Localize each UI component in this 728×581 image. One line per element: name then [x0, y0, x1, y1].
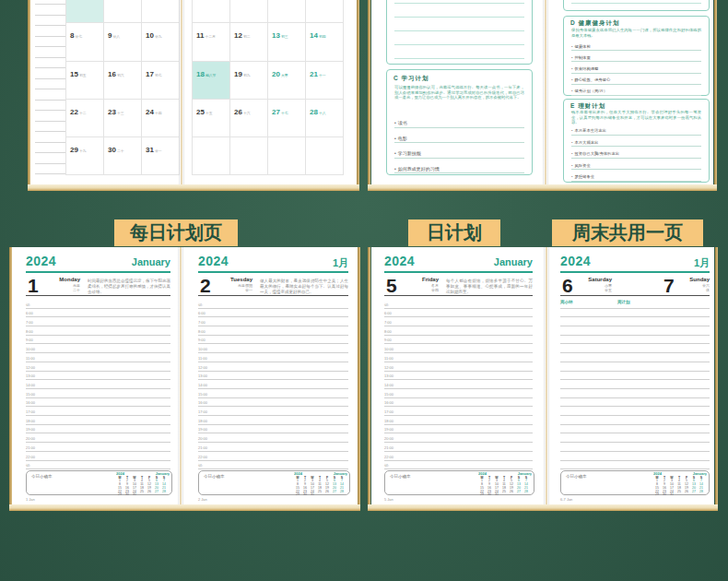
time-label: 11:00 — [384, 356, 393, 361]
plan-item-label: 本月大额支出 — [575, 140, 599, 145]
time-label: 13:00 — [26, 374, 35, 378]
ruled-line — [35, 25, 65, 26]
time-label: 10:00 — [198, 347, 207, 351]
notebook-cover-edge — [9, 504, 360, 511]
memo-box-label: 今日小确幸 — [31, 474, 53, 479]
ruled-line — [35, 78, 65, 79]
lunar-label: 初四 — [319, 35, 326, 39]
plan-item-label: 读书 — [398, 120, 407, 125]
schedule-lines: 周小结 周计划 — [560, 299, 710, 469]
lunar-label: 大寒 — [281, 74, 288, 77]
month-day-cell: 30二十 — [104, 137, 142, 175]
header-rule — [198, 271, 348, 273]
month-day-cell: 26十六 — [230, 100, 268, 137]
notebook-gold-edge — [714, 0, 717, 191]
month-day-cell: 10廿九 — [142, 23, 180, 62]
weekday-block: Tuesday 元旦假期 廿一 — [217, 277, 252, 292]
ruled-line — [394, 58, 524, 59]
month-day-cell — [230, 0, 268, 23]
month-day-cell: 9廿八 — [104, 23, 142, 62]
month-day-cell: 31廿一 — [142, 137, 180, 175]
bullet-icon: • — [394, 150, 396, 156]
lunar-label: 十三 — [117, 112, 124, 115]
month-day-cell — [268, 0, 306, 23]
plan-item: •静心锻炼、强身健心 — [571, 74, 701, 85]
month-day-cell — [306, 0, 344, 23]
time-label: 13:00 — [198, 374, 207, 378]
memo-box: 今日小确幸 2024JanuaryMTWTFSS1234567891011121… — [26, 470, 172, 495]
plan-item-label: 电影 — [398, 136, 407, 141]
time-label: 20:00 — [384, 436, 393, 441]
lunar-label: 十八 — [319, 112, 326, 115]
notebook-gold-edge — [715, 247, 718, 511]
time-label: 12:00 — [26, 365, 35, 370]
weekday-label: Saturday — [577, 277, 612, 283]
time-label: 12:00 — [198, 365, 207, 370]
plan-item-label: 控制体重 — [575, 55, 591, 60]
daily-quote: 每个人都会有烦恼，烦恼多半源于不甘心。万事如意、事事顺遂、心想事成，愿新的一年好… — [446, 279, 533, 295]
day-number: 22 — [70, 108, 78, 116]
page-footer: 6-7 Jan — [560, 497, 572, 502]
month-day-cell: 22十二 — [66, 100, 104, 137]
plan-item: •健康体检 — [571, 40, 701, 51]
month-day-cell: 14初四 — [306, 23, 344, 62]
lunar-label: 初六 — [117, 74, 124, 77]
section-label-weekend: 周末共用一页 — [552, 219, 703, 246]
planner-product-image: 8廿七9廿八10廿九15初五16初六17初七22十二23十三24十四29十九30… — [0, 0, 728, 581]
month-row: 22十二23十三24十四 — [66, 100, 180, 137]
lunar-label: 十二 — [79, 112, 87, 115]
time-label: 7:00 — [384, 320, 392, 325]
day-number: 27 — [272, 108, 280, 116]
time-label: 8:00 — [198, 329, 205, 334]
time-label: 8:00 — [26, 329, 33, 334]
mini-day: 31 — [131, 493, 138, 495]
time-label: 记: — [26, 463, 30, 468]
mini-calendar-row: 293031 — [653, 493, 707, 495]
bullet-icon: • — [571, 151, 573, 156]
plan-box-top — [386, 0, 533, 65]
mini-day — [500, 493, 508, 495]
lunar-label: 十一 — [319, 74, 326, 77]
time-label: 20:00 — [198, 436, 207, 441]
plan-item-label: 静心锻炼、强身健心 — [575, 77, 611, 82]
lunar-label: 十六 — [243, 112, 251, 115]
daily-page-jan5: 2024 January 5 Friday 冬月 廿四 每个人都会有烦恼，烦恼多… — [371, 247, 544, 504]
time-label: 6:00 — [384, 311, 392, 315]
mini-calendar: 2024JanuaryMTWTFSS1234567891011121314151… — [116, 472, 170, 495]
time-label: 22:00 — [26, 455, 35, 459]
ruled-line — [35, 173, 65, 174]
bullet-icon: • — [571, 44, 573, 49]
time-label: 15:00 — [26, 392, 35, 397]
ruled-line — [394, 44, 524, 45]
time-label: 14:00 — [26, 383, 35, 387]
page-year: 2024 — [26, 254, 56, 268]
plan-lines — [394, 0, 524, 64]
section-label-day-plan: 日计划 — [408, 219, 500, 246]
page-month: January — [132, 256, 170, 267]
ruled-line — [35, 142, 65, 143]
time-label: 9:00 — [198, 338, 205, 342]
plan-item-label: 健康体检 — [575, 44, 591, 49]
mini-day — [683, 493, 690, 495]
ruled-line — [35, 67, 65, 68]
plan-pages-spread: C 学习计划 可以慢慢获得你的认可，光靠运气远远不行。每天读一点书，一年下来，别… — [368, 0, 717, 191]
time-label: 17:00 — [384, 409, 393, 414]
mini-day — [698, 493, 705, 495]
day-number: 20 — [272, 70, 280, 78]
page-seam — [543, 0, 548, 184]
rest-label: 休 — [675, 288, 710, 292]
time-label: 7:00 — [198, 320, 205, 325]
lunar-label: 初二 — [243, 35, 251, 39]
schedule-lines: 记:6:007:008:009:0010:0011:0012:0013:0014… — [26, 299, 170, 469]
date-divider — [26, 295, 170, 296]
bullet-icon: • — [394, 120, 396, 125]
bullet-icon: • — [571, 163, 573, 168]
day-number: 16 — [108, 70, 116, 78]
date-divider — [198, 295, 348, 296]
time-label: 17:00 — [198, 409, 207, 414]
plan-box-title: C 学习计划 — [393, 75, 429, 83]
mini-day — [146, 493, 153, 495]
bullet-icon: • — [571, 140, 573, 145]
header-rule — [384, 271, 533, 273]
ruled-line — [35, 121, 65, 122]
